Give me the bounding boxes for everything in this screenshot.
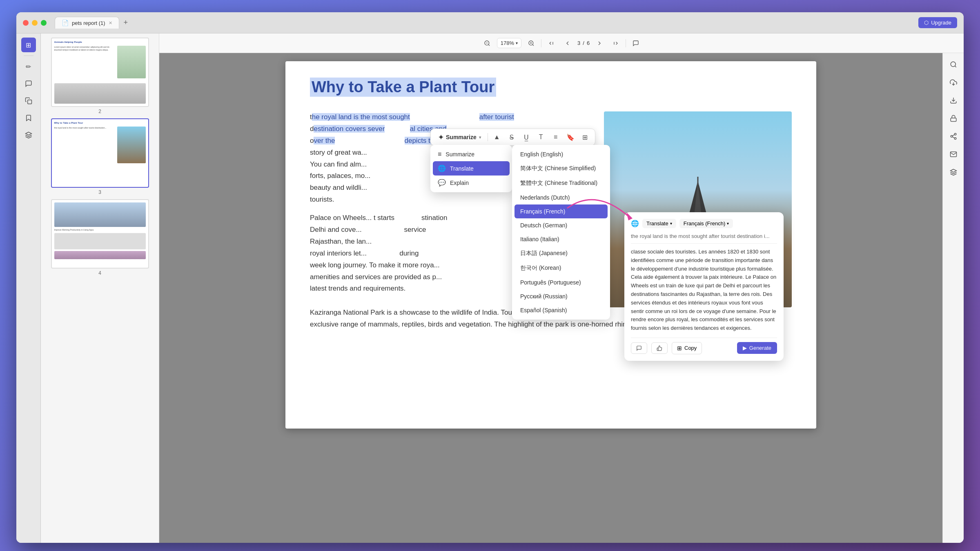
translate-input-text: the royal land is the most sought after … <box>631 233 770 239</box>
text-button[interactable]: T <box>535 131 547 143</box>
lang-russian[interactable]: Русский (Russian) <box>514 289 608 303</box>
sidebar-item-home[interactable]: ⊞ <box>21 38 36 52</box>
right-toolbar <box>942 53 964 543</box>
sidebar-item-bookmark[interactable] <box>21 111 36 125</box>
delhi-text: Delhi and cove <box>310 226 356 233</box>
translate-target-lang: Français (French) <box>684 220 726 227</box>
ctx-explain[interactable]: 💬 Explain <box>433 176 510 190</box>
lang-japanese[interactable]: 日本語 (Japanese) <box>514 246 608 261</box>
lang-portuguese[interactable]: Português (Portuguese) <box>514 276 608 289</box>
note-button[interactable]: ≡ <box>550 131 561 143</box>
lock-icon[interactable] <box>946 111 961 126</box>
highlighted-text-2: after tourist <box>479 113 514 121</box>
thumbnail-page-2[interactable]: Animals Helping People Lorem ipsum dolor… <box>45 38 155 114</box>
lang-german[interactable]: Deutsch (German) <box>514 218 608 232</box>
mail-icon[interactable] <box>946 147 961 162</box>
language-submenu: English (English) 简体中文 (Chinese Simplifi… <box>512 145 610 320</box>
zoom-in-button[interactable] <box>525 37 538 50</box>
lang-chinese-traditional[interactable]: 繁體中文 (Chinese Traditional) <box>514 176 608 191</box>
thumbnail-page-3[interactable]: Why to Take a Plant Tour the royal land … <box>45 118 155 195</box>
traffic-lights <box>23 20 47 26</box>
upgrade-button[interactable]: ⬡ Upgrade <box>918 17 957 28</box>
lang-chinese-simplified[interactable]: 简体中文 (Chinese Simplified) <box>514 161 608 176</box>
ctx-translate[interactable]: 🌐 Translate <box>433 161 510 176</box>
new-tab-button[interactable]: + <box>121 18 131 28</box>
layers-right-icon[interactable] <box>946 165 961 180</box>
generate-button[interactable]: ▶ Generate <box>737 342 777 354</box>
first-page-button[interactable] <box>545 37 558 50</box>
generate-icon: ▶ <box>743 345 747 351</box>
zoom-dropdown-icon: ▾ <box>516 41 518 45</box>
tab-bar: 📄 pets report (1) ✕ + <box>55 17 131 29</box>
close-button[interactable] <box>23 20 29 26</box>
sidebar-item-copy[interactable] <box>21 93 36 108</box>
zoom-display[interactable]: 178% ▾ <box>497 38 521 48</box>
toolbar-separator-2 <box>626 39 626 47</box>
translate-lang-dropdown-icon: ▾ <box>727 221 729 226</box>
export-icon[interactable] <box>946 75 961 90</box>
translate-to-select[interactable]: Français (French) ▾ <box>679 219 733 228</box>
explain-ctx-icon: 💬 <box>438 179 446 187</box>
strikethrough-button[interactable]: S̶ <box>506 131 517 143</box>
feedback-button[interactable] <box>631 342 647 354</box>
sidebar-item-comment[interactable] <box>21 76 36 91</box>
highlighted-text-3: estination covers sever <box>314 125 385 133</box>
upgrade-icon: ⬡ <box>924 20 929 26</box>
lang-dutch[interactable]: Nederlands (Dutch) <box>514 191 608 204</box>
svg-marker-1 <box>25 132 31 136</box>
thumbs-up-button[interactable] <box>651 342 668 354</box>
sidebar-item-pen[interactable]: ✏ <box>21 59 36 74</box>
pdf-page: Why to Take a Plant Tour ✦ Summarize ▾ ▲ <box>285 61 816 429</box>
lang-english[interactable]: English (English) <box>514 147 608 161</box>
tab-icon: 📄 <box>62 20 69 26</box>
toolbar-separator-1 <box>541 39 541 47</box>
ctx-explain-label: Explain <box>450 180 469 186</box>
svg-point-22 <box>951 62 956 67</box>
translate-footer: ⊞ Copy ▶ Generate <box>631 338 777 354</box>
underline-button[interactable]: U̲ <box>521 131 532 143</box>
main-layout: ⊞ ✏ Animals Helping People <box>16 33 964 543</box>
translate-output-text: classe sociale des touristes. Les années… <box>631 249 776 331</box>
thumbnail-img-2: Animals Helping People Lorem ipsum dolor… <box>51 38 149 107</box>
page-2-num: 2 <box>98 109 101 114</box>
lang-spanish[interactable]: Español (Spanish) <box>514 303 608 317</box>
download-icon[interactable] <box>946 93 961 108</box>
highlight-button[interactable]: ▲ <box>491 131 503 143</box>
svg-rect-0 <box>27 100 31 104</box>
bookmark-format-button[interactable]: 🔖 <box>565 131 576 143</box>
svg-line-31 <box>952 135 954 136</box>
next-page-button[interactable] <box>593 37 606 50</box>
summarize-button[interactable]: ✦ Summarize ▾ <box>435 132 484 143</box>
page-3-num: 3 <box>98 189 101 195</box>
copy-button[interactable]: ⊞ Copy <box>672 342 702 354</box>
last-page-button[interactable] <box>609 37 622 50</box>
ctx-summarize[interactable]: ≡ Summarize <box>433 147 510 161</box>
copy-format-button[interactable]: ⊞ <box>579 131 591 143</box>
fullscreen-button[interactable] <box>41 20 47 26</box>
translate-input-preview: the royal land is the most sought after … <box>631 233 777 244</box>
minimize-button[interactable] <box>32 20 38 26</box>
page-separator: / <box>583 40 584 46</box>
thumbnail-page-4[interactable]: Improve Working Productivity in Using Ap… <box>45 199 155 276</box>
translate-from-select[interactable]: Translate ▾ <box>642 219 676 228</box>
translate-label: Translate <box>646 220 668 227</box>
zoom-out-button[interactable] <box>481 37 494 50</box>
svg-marker-32 <box>950 169 956 173</box>
share-icon[interactable] <box>946 129 961 144</box>
translate-dropdown-icon: ▾ <box>670 221 672 226</box>
lang-korean[interactable]: 한국어 (Korean) <box>514 261 608 276</box>
page-4-num: 4 <box>98 270 101 276</box>
total-pages: 6 <box>587 40 590 46</box>
search-right-icon[interactable] <box>946 57 961 72</box>
lang-italian[interactable]: Italiano (Italian) <box>514 232 608 246</box>
royal-interiors-text: royal interiors let <box>310 249 361 257</box>
prev-page-button[interactable] <box>561 37 574 50</box>
summarize-label: Summarize <box>446 134 477 140</box>
sidebar-item-layers[interactable] <box>21 128 36 142</box>
tab-close-icon[interactable]: ✕ <box>109 20 112 26</box>
comment-toolbar-button[interactable] <box>629 37 642 50</box>
tab-pets-report[interactable]: 📄 pets report (1) ✕ <box>55 17 119 29</box>
lang-french[interactable]: Français (French) <box>514 204 608 218</box>
highlighted-text-1: he royal land is the most sought <box>312 113 410 121</box>
format-toolbar-sep <box>488 133 488 141</box>
